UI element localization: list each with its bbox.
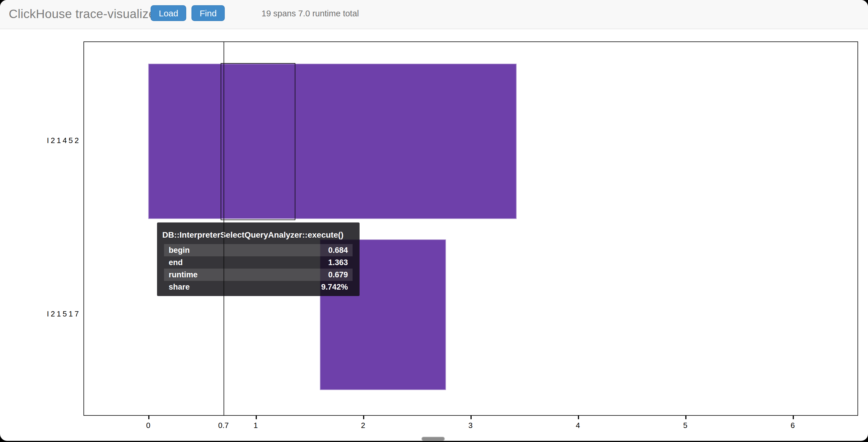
find-button[interactable]: Find — [191, 5, 225, 21]
x-axis-tick — [470, 416, 471, 419]
tooltip-begin-label: begin — [169, 244, 190, 256]
x-axis-tick-label: 3 — [453, 421, 488, 430]
tooltip-row-share: share 9.742% — [164, 281, 352, 293]
tooltip-row-begin: begin 0.684 — [164, 244, 352, 256]
load-button[interactable]: Load — [151, 5, 186, 21]
tooltip-row-runtime: runtime 0.679 — [164, 269, 352, 281]
span-tooltip: DB::InterpreterSelectQueryAnalyzer::exec… — [157, 223, 360, 296]
tooltip-share-value: 9.742% — [321, 281, 348, 293]
tooltip-row-end: end 1.363 — [164, 256, 352, 269]
tooltip-share-label: share — [169, 281, 190, 293]
hovered-span-outline — [221, 63, 296, 220]
x-axis-tick — [256, 416, 256, 419]
x-axis-tick — [685, 416, 686, 419]
trace-span-bar[interactable] — [148, 64, 517, 219]
tooltip-span-name: DB::InterpreterSelectQueryAnalyzer::exec… — [162, 230, 352, 239]
tooltip-runtime-value: 0.679 — [328, 269, 348, 281]
app-root: ClickHouse trace-visualizer Load Find 19… — [0, 0, 868, 442]
x-axis-tick — [148, 416, 149, 419]
x-axis-tick — [578, 416, 579, 419]
trace-summary-text: 19 spans 7.0 runtime total — [261, 9, 359, 18]
y-axis-label: I21452 — [0, 136, 81, 145]
x-axis-tick-label: 5 — [668, 421, 703, 430]
tooltip-begin-value: 0.684 — [328, 244, 348, 256]
x-axis-tick-label: 0 — [131, 421, 166, 430]
tooltip-end-label: end — [169, 256, 183, 269]
x-axis-tick-label: 6 — [775, 421, 810, 430]
horizontal-scrollbar-thumb[interactable] — [422, 437, 445, 441]
x-axis-tick-label: 2 — [346, 421, 380, 430]
x-axis-tick-label: 1 — [238, 421, 273, 430]
x-axis-tick — [793, 416, 794, 419]
crosshair-line — [223, 41, 224, 416]
y-axis-label: I21517 — [0, 310, 81, 318]
browser-window: ClickHouse trace-visualizer Load Find 19… — [0, 0, 868, 441]
x-axis-tick — [363, 416, 364, 419]
x-axis-tick-label: 4 — [560, 421, 595, 430]
crosshair-value-label: 0.7 — [206, 421, 241, 430]
tooltip-runtime-label: runtime — [169, 269, 197, 281]
tooltip-end-value: 1.363 — [328, 256, 348, 269]
app-title: ClickHouse trace-visualizer — [9, 7, 160, 21]
top-navbar: ClickHouse trace-visualizer Load Find 19… — [0, 0, 868, 29]
